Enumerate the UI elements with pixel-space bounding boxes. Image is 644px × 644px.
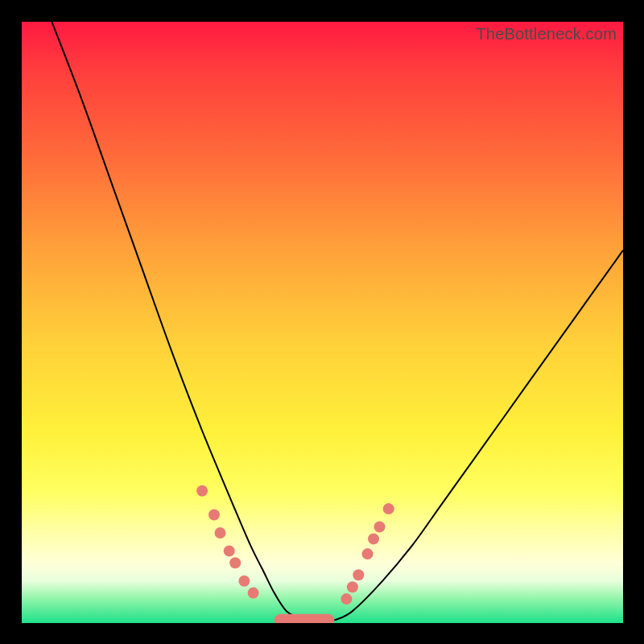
marker-dots xyxy=(196,485,394,623)
marker-dot xyxy=(341,593,352,605)
marker-dot xyxy=(383,503,394,514)
bottleneck-curve xyxy=(52,22,623,621)
marker-dot xyxy=(374,522,386,533)
marker-dot xyxy=(215,527,226,539)
marker-dot xyxy=(229,557,241,568)
marker-dot xyxy=(224,545,235,556)
marker-dot xyxy=(353,569,364,580)
marker-dot xyxy=(238,576,250,587)
marker-dot xyxy=(368,533,379,544)
chart-stage: TheBottleneck.com xyxy=(0,0,644,644)
marker-dot xyxy=(196,485,208,497)
floor-pill xyxy=(275,614,335,623)
curve-layer xyxy=(22,22,623,623)
marker-dot xyxy=(347,581,358,592)
marker-dot xyxy=(362,548,374,559)
plot-area: TheBottleneck.com xyxy=(22,22,623,623)
marker-dot xyxy=(248,588,259,599)
marker-dot xyxy=(208,510,220,521)
